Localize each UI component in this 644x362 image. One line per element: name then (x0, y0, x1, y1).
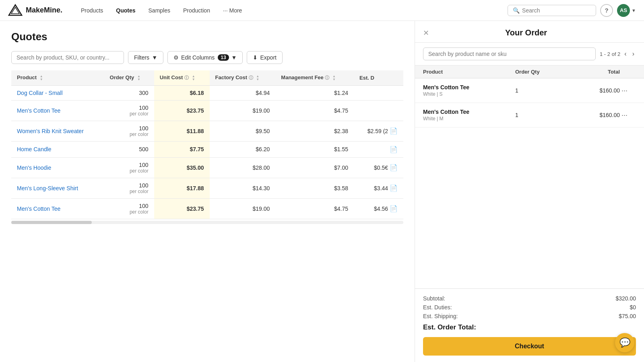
chat-bubble[interactable]: 💬 (615, 333, 634, 352)
unit-cost-info-icon: ⓘ (184, 75, 189, 80)
order-item-more-btn-1[interactable]: ··· (620, 111, 629, 119)
product-link-2[interactable]: Women's Rib Knit Sweater (17, 128, 84, 134)
cell-product-3: Home Candle (11, 141, 104, 157)
filter-chevron: ▼ (152, 54, 157, 61)
export-button[interactable]: ⬇ Export (247, 51, 282, 64)
sort-arrows-mgmt-fee: ▲▼ (332, 75, 336, 81)
export-icon: ⬇ (253, 54, 258, 61)
cell-qty-5: 100 per color (104, 178, 154, 198)
cell-unit-cost-0: $6.18 (154, 85, 210, 100)
order-item-more-btn-0[interactable]: ··· (620, 86, 629, 95)
cell-qty-4: 100 per color (104, 157, 154, 178)
cell-factory-cost-4: $28.00 (210, 157, 276, 178)
table-body: Dog Collar - Small 300 $6.18 $4.94 $1.24… (11, 85, 403, 219)
cell-est-d-6: $4.56 📄 (354, 198, 403, 219)
close-order-button[interactable]: ✕ (423, 29, 429, 37)
factory-cost-info-icon: ⓘ (249, 75, 253, 80)
cell-est-d-1 (354, 100, 403, 121)
th-est-d[interactable]: Est. D (354, 70, 403, 85)
cell-product-5: Men's Long-Sleeve Shirt (11, 178, 104, 198)
pagination-next[interactable]: › (631, 49, 636, 58)
cell-factory-cost-3: $6.20 (210, 141, 276, 157)
nav-right: 🔍 ? AS ▼ (508, 4, 636, 17)
nav-products[interactable]: Products (75, 5, 109, 16)
product-link-3[interactable]: Home Candle (17, 146, 52, 152)
search-input[interactable] (522, 7, 591, 14)
search-icon: 🔍 (513, 7, 520, 14)
doc-icon-3[interactable]: 📄 (390, 146, 398, 153)
pagination-prev[interactable]: ‹ (623, 49, 628, 58)
doc-icon-6[interactable]: 📄 (390, 205, 398, 212)
svg-marker-1 (11, 7, 19, 14)
product-link-0[interactable]: Dog Collar - Small (17, 90, 63, 96)
nav-samples[interactable]: Samples (143, 5, 176, 16)
total-label: Est. Order Total: (423, 323, 476, 331)
cell-unit-cost-1: $23.75 (154, 100, 210, 121)
cell-factory-cost-0: $4.94 (210, 85, 276, 100)
logo-text: MakeMine. (26, 6, 62, 14)
toolbar: Filters ▼ ⚙ Edit Columns 13 ▼ ⬇ Export (11, 51, 403, 64)
order-item-info-0: Men's Cotton Tee White | S (423, 84, 515, 97)
table-row: Dog Collar - Small 300 $6.18 $4.94 $1.24 (11, 85, 403, 100)
product-link-4[interactable]: Men's Hoodie (17, 165, 51, 171)
nav-quotes[interactable]: Quotes (110, 5, 141, 16)
order-panel: ✕ Your Order 1 - 2 of 2 ‹ › Product Orde… (415, 21, 644, 362)
cell-mgmt-fee-5: $3.58 (275, 178, 354, 198)
logo[interactable]: MakeMine. (8, 3, 62, 18)
product-link-6[interactable]: Men's Cotton Tee (17, 206, 60, 212)
cell-unit-cost-4: $35.00 (154, 157, 210, 178)
filter-label: Filters (134, 54, 149, 61)
order-header: ✕ Your Order (415, 21, 644, 43)
mgmt-fee-info-icon: ⓘ (325, 75, 329, 80)
edit-columns-button[interactable]: ⚙ Edit Columns 13 ▼ (167, 51, 243, 64)
table-row: Men's Long-Sleeve Shirt 100 per color $1… (11, 178, 403, 198)
order-item: Men's Cotton Tee White | M 1 $160.00 ··· (415, 103, 644, 128)
cell-mgmt-fee-2: $2.38 (275, 121, 354, 141)
table-row: Men's Cotton Tee 100 per color $23.75 $1… (11, 198, 403, 219)
doc-icon-2[interactable]: 📄 (390, 128, 398, 134)
order-item-more-0: ··· (620, 86, 636, 95)
avatar-chevron: ▼ (632, 8, 636, 13)
th-unit-cost[interactable]: Unit Cost ⓘ ▲▼ (154, 70, 210, 85)
nav-production[interactable]: Production (178, 5, 216, 16)
avatar-dropdown[interactable]: AS ▼ (617, 4, 636, 17)
product-link-5[interactable]: Men's Long-Sleeve Shirt (17, 185, 78, 191)
cell-unit-cost-3: $7.75 (154, 141, 210, 157)
table-row: Men's Hoodie 100 per color $35.00 $28.00… (11, 157, 403, 178)
doc-icon-4[interactable]: 📄 (390, 164, 398, 171)
duties-value: $0 (630, 304, 636, 311)
th-order-qty[interactable]: Order Qty ▲▼ (104, 70, 154, 85)
product-link-1[interactable]: Men's Cotton Tee (17, 107, 60, 114)
horizontal-scrollbar[interactable] (11, 221, 403, 224)
cell-qty-2: 100 per color (104, 121, 154, 141)
help-button[interactable]: ? (600, 4, 613, 17)
th-management-fee[interactable]: Management Fee ⓘ ▲▼ (275, 70, 354, 85)
cell-product-2: Women's Rib Knit Sweater (11, 121, 104, 141)
order-item-total-0: $160.00 (564, 87, 620, 94)
cell-factory-cost-2: $9.50 (210, 121, 276, 141)
duties-row: Est. Duties: $0 (423, 304, 636, 311)
scrollbar-thumb[interactable] (11, 221, 92, 224)
th-factory-cost[interactable]: Factory Cost ⓘ ▲▼ (210, 70, 276, 85)
total-row: Est. Order Total: (423, 323, 636, 331)
filters-button[interactable]: Filters ▼ (128, 51, 163, 64)
edit-col-chevron: ▼ (231, 54, 237, 61)
cell-factory-cost-1: $19.00 (210, 100, 276, 121)
order-search-input[interactable] (423, 47, 596, 60)
sort-arrows-product: ▲▼ (40, 75, 43, 81)
product-search-input[interactable] (11, 51, 124, 64)
avatar: AS (617, 4, 630, 17)
cell-mgmt-fee-3: $1.55 (275, 141, 354, 157)
checkout-button[interactable]: Checkout (423, 337, 636, 356)
doc-icon-5[interactable]: 📄 (390, 185, 398, 191)
cell-product-0: Dog Collar - Small (11, 85, 104, 100)
order-items: Men's Cotton Tee White | S 1 $160.00 ···… (415, 78, 644, 288)
order-col-qty: Order Qty (515, 69, 564, 75)
order-item-variant-1: White | M (423, 116, 515, 121)
nav-search[interactable]: 🔍 (508, 5, 596, 16)
nav-more[interactable]: ··· More (217, 5, 248, 16)
nav-links: Products Quotes Samples Production ··· M… (75, 5, 504, 16)
order-item-name-0: Men's Cotton Tee (423, 84, 515, 90)
cell-product-6: Men's Cotton Tee (11, 198, 104, 219)
th-product[interactable]: Product ▲▼ (11, 70, 104, 85)
